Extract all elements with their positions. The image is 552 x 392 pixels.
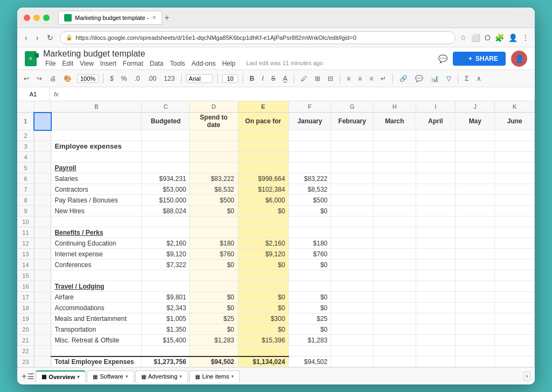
cell-c20[interactable]: $1,350 [142, 324, 190, 335]
cell-j10[interactable] [456, 216, 495, 227]
cell-j14[interactable] [456, 260, 495, 270]
cell-j21[interactable] [456, 335, 495, 346]
close-button[interactable] [24, 15, 30, 21]
cell-c7[interactable]: $53,000 [142, 184, 190, 195]
cell-d4[interactable] [190, 152, 238, 163]
cell-a1[interactable] [34, 113, 51, 130]
cell-d3[interactable] [190, 141, 238, 152]
cell-b7[interactable]: Contractors [51, 184, 142, 195]
cell-b18[interactable]: Accommodations [51, 303, 142, 313]
sheet-tab-dropdown-icon[interactable]: ▾ [126, 374, 128, 379]
col-header-e[interactable]: E [238, 101, 288, 113]
comment-icon[interactable]: 💬 [438, 54, 447, 63]
header-march[interactable]: March [374, 113, 416, 130]
cell-i13[interactable] [416, 249, 455, 260]
cell-j18[interactable] [456, 303, 495, 313]
cell-e13[interactable]: $9,120 [238, 249, 288, 260]
cell-g24[interactable] [331, 367, 374, 368]
chart-button[interactable]: 📊 [429, 74, 441, 83]
cell-f4[interactable] [288, 152, 331, 163]
cell-d18[interactable]: $0 [190, 303, 238, 313]
cell-g11[interactable] [331, 227, 374, 238]
cell-d17[interactable]: $0 [190, 292, 238, 303]
sheet-tab-overview[interactable]: ▦Overview▾ [36, 370, 86, 382]
cell-f11[interactable] [288, 227, 331, 238]
menu-icon[interactable]: ⋮ [522, 33, 529, 42]
minimize-button[interactable] [33, 15, 40, 21]
col-header-a[interactable] [34, 101, 51, 113]
cell-j2[interactable] [456, 130, 495, 141]
collapse-button[interactable]: ∧ [474, 74, 484, 83]
cell-c4[interactable] [142, 152, 190, 163]
cell-c5[interactable] [142, 163, 190, 173]
cell-c21[interactable]: $15,400 [142, 335, 190, 346]
cell-g3[interactable] [331, 141, 374, 152]
sheet-menu-button[interactable]: ☰ [27, 372, 34, 381]
align-right-button[interactable]: ≡ [367, 74, 375, 83]
cell-f15[interactable] [288, 270, 331, 281]
cell-i17[interactable] [416, 292, 455, 303]
cell-b6[interactable]: Salaries [51, 173, 142, 184]
strikethrough-button[interactable]: S [269, 74, 278, 83]
cell-h8[interactable] [374, 195, 416, 206]
cell-i23[interactable] [416, 356, 455, 367]
cell-i8[interactable] [416, 195, 455, 206]
back-button[interactable]: ‹ [23, 32, 30, 43]
cell-d10[interactable] [190, 216, 238, 227]
cell-c9[interactable]: $88,024 [142, 206, 190, 216]
cell-h15[interactable] [374, 270, 416, 281]
cell-f17[interactable]: $0 [288, 292, 331, 303]
cell-i3[interactable] [416, 141, 455, 152]
cell-j24[interactable] [456, 367, 495, 368]
undo-button[interactable]: ↩ [22, 74, 31, 83]
cell-i6[interactable] [416, 173, 455, 184]
cell-f16[interactable] [288, 281, 331, 292]
cell-a15[interactable] [34, 270, 51, 281]
cell-g13[interactable] [331, 249, 374, 260]
cell-i12[interactable] [416, 238, 455, 249]
cell-g20[interactable] [331, 324, 374, 335]
menu-file[interactable]: File [43, 59, 58, 68]
cast-icon[interactable]: ⬜ [471, 33, 480, 42]
font-color-button[interactable]: A̲ [281, 74, 289, 83]
cell-b14[interactable]: Conferences [51, 260, 142, 270]
cell-j4[interactable] [456, 152, 495, 163]
cell-b11[interactable]: Benefits / Perks [51, 227, 142, 238]
cell-a21[interactable] [34, 335, 51, 346]
cell-d19[interactable]: $25 [190, 313, 238, 324]
cell-b19[interactable]: Meals and Entertainment [51, 313, 142, 324]
cell-k22[interactable] [495, 346, 535, 356]
cell-e10[interactable] [238, 216, 288, 227]
cell-b13[interactable]: Internet expense [51, 249, 142, 260]
col-header-g[interactable]: G [331, 101, 374, 113]
cell-f13[interactable]: $760 [288, 249, 331, 260]
cell-c3[interactable] [142, 141, 190, 152]
cell-f2[interactable] [288, 130, 331, 141]
cell-h10[interactable] [374, 216, 416, 227]
cell-j20[interactable] [456, 324, 495, 335]
cell-j22[interactable] [456, 346, 495, 356]
cell-k4[interactable] [495, 152, 535, 163]
col-header-d[interactable]: D [190, 101, 238, 113]
wrap-button[interactable]: ↵ [378, 74, 388, 83]
cell-h16[interactable] [374, 281, 416, 292]
address-box[interactable]: 🔒 https://docs.google.com/spreadsheets/d… [60, 31, 456, 44]
function-button[interactable]: Σ [463, 74, 471, 83]
cell-e3[interactable] [238, 141, 288, 152]
cell-a11[interactable] [34, 227, 51, 238]
col-header-i[interactable]: I [416, 101, 455, 113]
sheet-tab-dropdown-icon[interactable]: ▾ [77, 374, 80, 380]
cell-e18[interactable]: $0 [238, 303, 288, 313]
percent-button[interactable]: % [119, 74, 129, 83]
menu-view[interactable]: View [78, 59, 96, 68]
cell-h3[interactable] [374, 141, 416, 152]
cell-k23[interactable] [495, 356, 535, 367]
cell-k20[interactable] [495, 324, 535, 335]
cell-e17[interactable]: $0 [238, 292, 288, 303]
cell-d8[interactable]: $500 [190, 195, 238, 206]
comment-button[interactable]: 💬 [413, 74, 425, 83]
cell-h2[interactable] [374, 130, 416, 141]
cell-g6[interactable] [331, 173, 374, 184]
cell-g19[interactable] [331, 313, 374, 324]
cell-k14[interactable] [495, 260, 535, 270]
